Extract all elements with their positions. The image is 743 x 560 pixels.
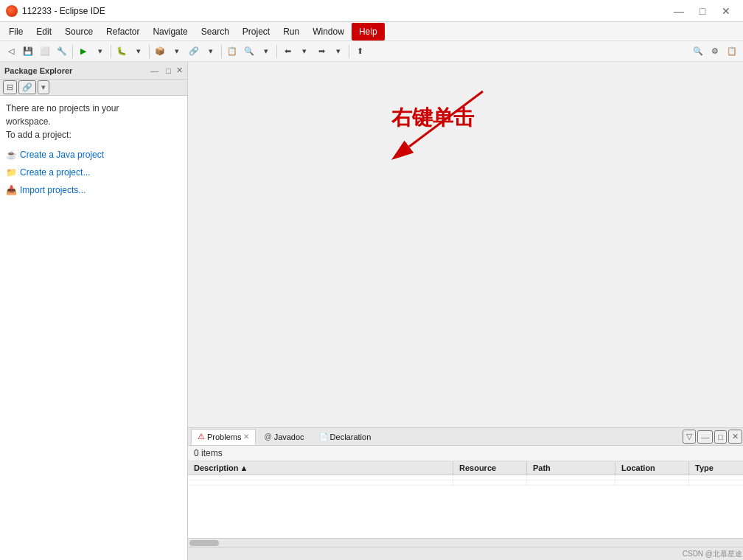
import-projects-link[interactable]: Import projects... [20, 183, 86, 197]
no-projects-text: There are no projects in your workspace.… [6, 102, 181, 141]
td-empty-8 [527, 480, 615, 485]
footer-text: CSDN @北慕星途 [683, 549, 742, 559]
td-empty-9 [615, 480, 689, 485]
create-java-project-link[interactable]: Create a Java project [20, 148, 104, 161]
toolbar-btn-18[interactable]: ▾ [330, 43, 346, 60]
bottom-panel-toolbar: ▽ — □ ✕ [683, 430, 743, 444]
create-project-link[interactable]: Create a project... [20, 166, 90, 179]
create-java-project-link-item: ☕ Create a Java project [6, 147, 181, 162]
menu-navigate[interactable]: Navigate [147, 24, 193, 39]
minimize-button[interactable]: — [668, 4, 690, 18]
toolbar-btn-7[interactable]: ▾ [130, 43, 147, 60]
declaration-icon: 📄 [319, 433, 328, 441]
titlebar-left: 112233 - Eclipse IDE [6, 5, 105, 17]
menu-edit[interactable]: Edit [30, 24, 57, 39]
th-type[interactable]: Type [689, 461, 743, 475]
toolbar-run-btn[interactable]: ▶ [75, 43, 91, 60]
toolbar-sep-4 [221, 45, 222, 58]
toolbar-sep-2 [111, 45, 111, 58]
td-empty-3 [527, 475, 615, 480]
toolbar-btn-5[interactable]: ▾ [92, 43, 108, 60]
bottom-panel: ⚠ Problems ✕ @ Javadoc 📄 Declaration ▽ — [188, 427, 743, 560]
td-empty-10 [689, 480, 743, 485]
titlebar-controls: — □ ✕ [668, 4, 737, 18]
toolbar-btn-20[interactable]: ⚙ [707, 43, 723, 60]
project-icon: 📁 [6, 166, 17, 179]
maximize-button[interactable]: □ [691, 4, 714, 18]
package-explorer-title: Package Explorer [4, 66, 145, 75]
menu-help[interactable]: Help [352, 23, 385, 41]
table-row-empty-2 [188, 480, 743, 486]
link-with-editor-button[interactable]: 🔗 [18, 80, 36, 94]
collapse-all-button[interactable]: ⊟ [3, 80, 17, 94]
panel-close-btn[interactable]: ✕ [728, 430, 742, 444]
th-location[interactable]: Location [615, 461, 689, 475]
package-explorer-close[interactable]: ✕ [176, 66, 183, 75]
menu-refactor[interactable]: Refactor [100, 24, 145, 39]
main-area: Package Explorer — □ ✕ ⊟ 🔗 ▾ There are n… [0, 62, 743, 560]
toolbar-btn-19[interactable]: ⬆ [352, 43, 368, 60]
panel-minimize-icon[interactable]: — [148, 66, 161, 76]
td-empty-6 [188, 480, 453, 485]
toolbar-btn-9[interactable]: ▾ [169, 43, 185, 60]
toolbar-btn-6[interactable]: 🐛 [114, 43, 130, 60]
panel-maximize-icon[interactable]: □ [164, 66, 173, 76]
td-empty-1 [188, 475, 453, 480]
menu-source[interactable]: Source [59, 24, 99, 39]
panel-minimize-btn[interactable]: — [697, 430, 713, 444]
toolbar-btn-3[interactable]: ⬜ [37, 43, 53, 60]
toolbar-btn-11[interactable]: ▾ [203, 43, 219, 60]
menu-search[interactable]: Search [195, 24, 235, 39]
no-projects-line1: There are no projects in your [6, 103, 119, 113]
th-location-label: Location [621, 463, 655, 472]
toolbar-btn-13[interactable]: 🔍 [241, 43, 257, 60]
tab-declaration[interactable]: 📄 Declaration [313, 429, 378, 445]
create-project-link-item: 📁 Create a project... [6, 165, 181, 180]
td-empty-2 [453, 475, 527, 480]
footer-bar: CSDN @北慕星途 [188, 547, 743, 560]
toolbar-btn-17[interactable]: ➡ [313, 43, 329, 60]
import-projects-link-item: 📥 Import projects... [6, 183, 181, 197]
filter-button[interactable]: ▽ [683, 430, 696, 444]
titlebar: 112233 - Eclipse IDE — □ ✕ [0, 0, 743, 22]
tab-problems[interactable]: ⚠ Problems ✕ [191, 429, 256, 445]
th-type-label: Type [695, 463, 714, 472]
toolbar-btn-21[interactable]: 📋 [724, 43, 740, 60]
problems-table: Description ▲ Resource Path Location Typ… [188, 461, 743, 538]
titlebar-title: 112233 - Eclipse IDE [22, 6, 105, 16]
close-button[interactable]: ✕ [715, 4, 737, 18]
th-description[interactable]: Description ▲ [188, 461, 453, 475]
center-area: 右键单击 ⚠ Problems ✕ @ Javadoc 📄 [188, 62, 743, 560]
problems-tab-close[interactable]: ✕ [243, 433, 249, 441]
th-resource[interactable]: Resource [453, 461, 527, 475]
toolbar-btn-10[interactable]: 🔗 [186, 43, 202, 60]
td-empty-5 [689, 475, 743, 480]
th-path[interactable]: Path [527, 461, 615, 475]
toolbar: ◁ 💾 ⬜ 🔧 ▶ ▾ 🐛 ▾ 📦 ▾ 🔗 ▾ 📋 🔍 ▾ ⬅ ▾ ➡ ▾ ⬆ … [0, 41, 743, 62]
toolbar-btn-4[interactable]: 🔧 [54, 43, 70, 60]
javadoc-tab-label: Javadoc [274, 433, 304, 441]
menu-project[interactable]: Project [237, 24, 276, 39]
menu-run[interactable]: Run [277, 24, 305, 39]
horizontal-scrollbar[interactable] [188, 538, 743, 547]
toolbar-btn-15[interactable]: ⬅ [279, 43, 296, 60]
toolbar-search[interactable]: 🔍 [690, 43, 706, 60]
th-description-label: Description [194, 463, 239, 472]
toolbar-btn-12[interactable]: 📋 [224, 43, 240, 60]
toolbar-btn-1[interactable]: ◁ [3, 43, 19, 60]
toolbar-btn-8[interactable]: 📦 [152, 43, 168, 60]
menubar: File Edit Source Refactor Navigate Searc… [0, 22, 743, 41]
bottom-panel-header: ⚠ Problems ✕ @ Javadoc 📄 Declaration ▽ — [188, 428, 743, 446]
app-icon [6, 5, 18, 17]
toolbar-btn-2[interactable]: 💾 [20, 43, 36, 60]
toolbar-btn-16[interactable]: ▾ [296, 43, 313, 60]
tab-javadoc[interactable]: @ Javadoc [257, 429, 310, 445]
menu-window[interactable]: Window [307, 24, 350, 39]
left-panel: Package Explorer — □ ✕ ⊟ 🔗 ▾ There are n… [0, 62, 188, 560]
view-menu-button[interactable]: ▾ [38, 80, 49, 94]
items-count: 0 items [188, 446, 743, 461]
scrollbar-thumb[interactable] [189, 540, 219, 546]
toolbar-btn-14[interactable]: ▾ [258, 43, 274, 60]
menu-file[interactable]: File [3, 24, 29, 39]
panel-maximize-btn[interactable]: □ [714, 430, 727, 444]
